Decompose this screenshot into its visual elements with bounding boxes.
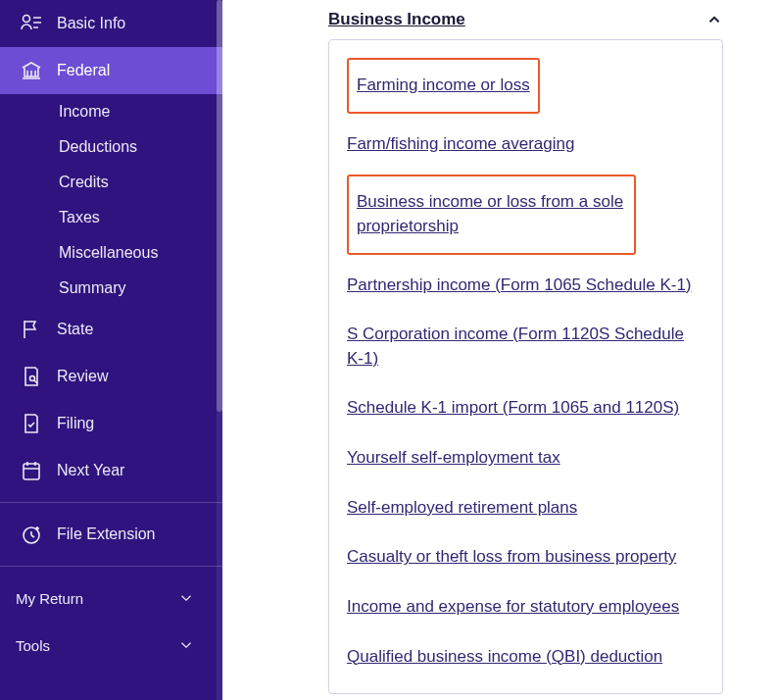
sub-nav-taxes[interactable]: Taxes <box>0 200 222 235</box>
sub-nav-deductions[interactable]: Deductions <box>0 129 222 165</box>
sub-nav-miscellaneous[interactable]: Miscellaneous <box>0 235 222 271</box>
svg-rect-2 <box>24 464 39 479</box>
document-check-icon <box>20 412 43 435</box>
nav-label: State <box>57 321 93 338</box>
link-se-retirement[interactable]: Self-employed retirement plans <box>347 483 705 533</box>
section-header-business-income[interactable]: Business Income <box>328 4 723 39</box>
document-search-icon <box>20 365 43 388</box>
sidebar-scrollbar-thumb[interactable] <box>217 0 222 412</box>
calendar-icon <box>20 459 43 482</box>
bottom-my-return[interactable]: My Return <box>0 575 222 622</box>
nav-next-year[interactable]: Next Year <box>0 447 222 494</box>
highlight-box-sole-prop: Business income or loss from a sole prop… <box>347 175 636 254</box>
sidebar-divider-2 <box>0 566 222 567</box>
nav-label: Review <box>57 368 108 385</box>
chevron-down-icon <box>177 589 195 607</box>
nav-label: Next Year <box>57 462 124 479</box>
nav-label: Basic Info <box>57 15 125 32</box>
chevron-down-icon <box>177 636 195 654</box>
highlight-box-farming: Farming income or loss <box>347 58 540 114</box>
flag-icon <box>20 318 43 341</box>
nav-filing[interactable]: Filing <box>0 400 222 447</box>
nav-review[interactable]: Review <box>0 353 222 400</box>
link-statutory-employees[interactable]: Income and expense for statutory employe… <box>347 582 705 632</box>
link-se-tax[interactable]: Yourself self-employment tax <box>347 433 705 483</box>
nav-label: Federal <box>57 62 110 79</box>
clock-plus-icon <box>20 523 43 546</box>
nav-federal[interactable]: Federal <box>0 47 222 94</box>
sidebar-scrollbar-track <box>217 0 222 700</box>
sub-nav-credits[interactable]: Credits <box>0 165 222 200</box>
link-s-corp-k1[interactable]: S Corporation income (Form 1120S Schedul… <box>347 310 705 383</box>
sub-nav-summary[interactable]: Summary <box>0 271 222 306</box>
link-qbi-deduction[interactable]: Qualified business income (QBI) deductio… <box>347 632 705 682</box>
nav-basic-info[interactable]: Basic Info <box>0 0 222 47</box>
link-partnership-k1[interactable]: Partnership income (Form 1065 Schedule K… <box>347 261 705 311</box>
sidebar-divider <box>0 502 222 503</box>
sidebar: Basic Info Federal Income Deductions Cre… <box>0 0 222 700</box>
link-k1-import[interactable]: Schedule K-1 import (Form 1065 and 1120S… <box>347 383 705 433</box>
government-building-icon <box>20 59 43 82</box>
nav-label: Filing <box>57 415 94 432</box>
link-farm-fishing-averaging[interactable]: Farm/fishing income averaging <box>347 120 705 170</box>
link-casualty-theft[interactable]: Casualty or theft loss from business pro… <box>347 532 705 582</box>
link-sole-proprietorship[interactable]: Business income or loss from a sole prop… <box>357 182 626 246</box>
bottom-tools[interactable]: Tools <box>0 622 222 669</box>
person-card-icon <box>20 12 43 35</box>
link-farming-income[interactable]: Farming income or loss <box>357 66 530 106</box>
section-body: Farming income or loss Farm/fishing inco… <box>328 39 723 694</box>
nav-label: File Extension <box>57 525 156 543</box>
svg-point-0 <box>24 16 30 23</box>
nav-state[interactable]: State <box>0 306 222 353</box>
main-content: Business Income Farming income or loss F… <box>222 0 778 700</box>
chevron-up-icon <box>705 11 723 28</box>
section-title: Business Income <box>328 10 465 29</box>
svg-point-1 <box>30 376 35 381</box>
sub-nav-income[interactable]: Income <box>0 94 222 129</box>
nav-file-extension[interactable]: File Extension <box>0 511 222 558</box>
